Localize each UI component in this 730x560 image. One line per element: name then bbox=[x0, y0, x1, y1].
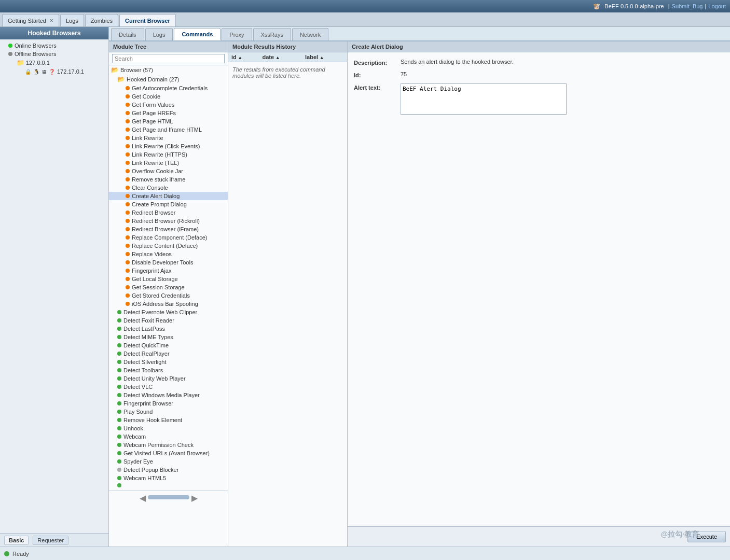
sidebar-item-host-127[interactable]: 📁 127.0.0.1 bbox=[0, 58, 108, 67]
list-item[interactable]: Get Form Values bbox=[109, 101, 228, 109]
list-item[interactable]: Link Rewrite (HTTPS) bbox=[109, 150, 228, 159]
list-item[interactable]: Link Rewrite (Click Events) bbox=[109, 142, 228, 150]
list-item[interactable]: Webcam Permission Check bbox=[109, 441, 228, 449]
dot-icon bbox=[117, 343, 121, 347]
col-date[interactable]: date bbox=[259, 52, 302, 62]
list-item[interactable]: Replace Content (Deface) bbox=[109, 242, 228, 250]
alert-text-input[interactable]: BeEF Alert Dialog bbox=[401, 83, 567, 115]
list-item[interactable]: Play Sound bbox=[109, 408, 228, 416]
module-item-create-alert-dialog[interactable]: Create Alert Dialog bbox=[109, 192, 228, 200]
submit-bug-link[interactable]: Submit_Bug bbox=[672, 3, 703, 9]
list-item[interactable]: Remove Hook Element bbox=[109, 416, 228, 424]
tree-nav-left[interactable]: ◀ bbox=[140, 493, 146, 503]
list-item[interactable]: Fingerprint Browser bbox=[109, 399, 228, 408]
alert-dialog-content: Description: Sends an alert dialog to th… bbox=[348, 52, 730, 526]
list-item[interactable]: Webcam HTML5 bbox=[109, 474, 228, 482]
dot-icon bbox=[126, 244, 130, 248]
module-results-table: id date label bbox=[228, 52, 347, 62]
execute-button[interactable]: Execute bbox=[687, 531, 726, 542]
list-item[interactable]: Detect MIME Types bbox=[109, 333, 228, 341]
list-item[interactable]: Detect LastPass bbox=[109, 325, 228, 333]
inner-tab-xssrays[interactable]: XssRays bbox=[253, 28, 291, 40]
list-item[interactable]: Get Local Storage bbox=[109, 275, 228, 283]
list-item[interactable]: Remove stuck iframe bbox=[109, 175, 228, 184]
inner-tab-proxy[interactable]: Proxy bbox=[222, 28, 252, 40]
list-item[interactable]: Overflow Cookie Jar bbox=[109, 167, 228, 175]
list-item[interactable]: Fingerprint Ajax bbox=[109, 267, 228, 275]
list-item[interactable]: Get Autocomplete Credentials bbox=[109, 84, 228, 92]
module-search-area bbox=[109, 52, 228, 65]
list-item[interactable]: Get Visited URLs (Avant Browser) bbox=[109, 449, 228, 457]
list-item[interactable]: Link Rewrite (TEL) bbox=[109, 159, 228, 167]
list-item[interactable]: Create Prompt Dialog bbox=[109, 200, 228, 208]
monitor-icon: 🖥 bbox=[42, 69, 47, 75]
list-item[interactable]: Detect Unity Web Player bbox=[109, 374, 228, 383]
sidebar: Hooked Browsers Online Browsers Offline … bbox=[0, 27, 109, 547]
col-label[interactable]: label bbox=[302, 52, 347, 62]
list-item[interactable]: Detect Silverlight bbox=[109, 358, 228, 366]
list-item[interactable]: Redirect Browser (iFrame) bbox=[109, 225, 228, 233]
list-item[interactable]: Replace Videos bbox=[109, 250, 228, 258]
list-item[interactable]: Redirect Browser bbox=[109, 208, 228, 217]
sidebar-item-ip-172[interactable]: 🔒 🐧 🖥 ❓ 172.17.0.1 bbox=[0, 67, 108, 76]
sidebar-item-online-browsers[interactable]: Online Browsers bbox=[0, 41, 108, 50]
question-icon: ❓ bbox=[49, 69, 55, 75]
linux-icon: 🐧 bbox=[33, 69, 39, 75]
folder-icon: 📁 bbox=[17, 59, 24, 66]
module-search-input[interactable] bbox=[112, 54, 225, 63]
dot-icon bbox=[126, 161, 130, 165]
module-group-hooked-domain[interactable]: 📂 Hooked Domain (27) bbox=[109, 75, 228, 84]
sidebar-tab-requester[interactable]: Requester bbox=[33, 536, 68, 545]
list-item[interactable]: Get Page HREFs bbox=[109, 109, 228, 117]
alert-dialog-panel: Create Alert Dialog Description: Sends a… bbox=[348, 41, 730, 547]
list-item[interactable]: Get Page and Iframe HTML bbox=[109, 125, 228, 134]
module-group-browser[interactable]: 📂 Browser (57) bbox=[109, 65, 228, 75]
list-item[interactable]: iOS Address Bar Spoofing bbox=[109, 300, 228, 308]
online-dot bbox=[8, 44, 12, 48]
list-item[interactable]: Spyder Eye bbox=[109, 457, 228, 466]
list-item[interactable]: Get Stored Credentials bbox=[109, 291, 228, 300]
list-item[interactable]: Detect Windows Media Player bbox=[109, 391, 228, 399]
inner-tab-network[interactable]: Network bbox=[292, 28, 328, 40]
sidebar-item-offline-browsers[interactable]: Offline Browsers bbox=[0, 50, 108, 58]
list-item[interactable]: Detect Foxit Reader bbox=[109, 316, 228, 325]
tab-current-browser[interactable]: Current Browser bbox=[119, 14, 176, 26]
dot-icon bbox=[126, 194, 130, 198]
tab-close-getting-started[interactable]: ✕ bbox=[49, 18, 53, 23]
list-item[interactable]: Detect Toolbars bbox=[109, 366, 228, 374]
list-item[interactable]: Redirect Browser (Rickroll) bbox=[109, 217, 228, 225]
id-label: Id: bbox=[354, 71, 401, 78]
list-item[interactable]: Disable Developer Tools bbox=[109, 258, 228, 267]
field-row-description: Description: Sends an alert dialog to th… bbox=[354, 59, 724, 66]
sidebar-tab-basic[interactable]: Basic bbox=[4, 536, 29, 545]
list-item[interactable]: Get Session Storage bbox=[109, 283, 228, 291]
list-item[interactable]: Replace Component (Deface) bbox=[109, 233, 228, 242]
inner-tab-commands[interactable]: Commands bbox=[174, 28, 221, 40]
list-item[interactable]: Detect Evernote Web Clipper bbox=[109, 308, 228, 316]
tab-logs[interactable]: Logs bbox=[60, 14, 84, 26]
list-item[interactable]: Clear Console bbox=[109, 184, 228, 192]
tab-zombies[interactable]: Zombies bbox=[85, 14, 118, 26]
tree-nav-right[interactable]: ▶ bbox=[191, 493, 198, 503]
dot-icon bbox=[117, 426, 121, 430]
list-item[interactable]: Detect Popup Blocker bbox=[109, 466, 228, 474]
tree-scrollbar[interactable] bbox=[148, 495, 189, 499]
list-item[interactable]: Detect RealPlayer bbox=[109, 349, 228, 358]
inner-tab-details[interactable]: Details bbox=[111, 28, 144, 40]
dot-icon bbox=[117, 401, 121, 405]
list-item[interactable]: Detect VLC bbox=[109, 383, 228, 391]
list-item[interactable] bbox=[109, 482, 228, 488]
logout-link[interactable]: Logout bbox=[708, 3, 726, 9]
list-item[interactable]: Link Rewrite bbox=[109, 134, 228, 142]
description-label: Description: bbox=[354, 59, 401, 66]
list-item[interactable]: Detect QuickTime bbox=[109, 341, 228, 349]
col-id[interactable]: id bbox=[228, 52, 259, 62]
dot-icon bbox=[117, 468, 121, 472]
tab-getting-started[interactable]: Getting Started ✕ bbox=[2, 14, 59, 26]
list-item[interactable]: Unhook bbox=[109, 424, 228, 432]
dot-icon bbox=[117, 443, 121, 447]
list-item[interactable]: Webcam bbox=[109, 432, 228, 441]
list-item[interactable]: Get Page HTML bbox=[109, 117, 228, 125]
list-item[interactable]: Get Cookie bbox=[109, 92, 228, 101]
inner-tab-logs[interactable]: Logs bbox=[145, 28, 173, 40]
